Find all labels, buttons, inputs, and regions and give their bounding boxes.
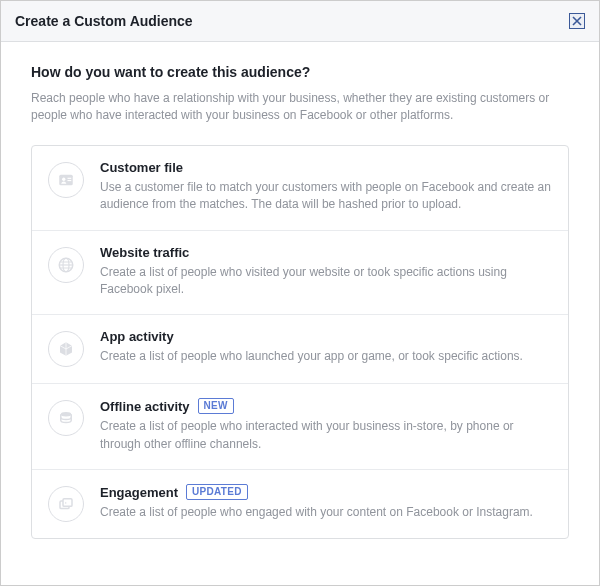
new-badge: NEW bbox=[198, 398, 234, 414]
option-title: Website traffic bbox=[100, 245, 189, 260]
option-website-traffic[interactable]: Website traffic Create a list of people … bbox=[32, 231, 568, 316]
dialog-title: Create a Custom Audience bbox=[15, 13, 193, 29]
svg-rect-11 bbox=[63, 499, 72, 507]
close-icon bbox=[572, 16, 582, 26]
option-text: Engagement UPDATED Create a list of peop… bbox=[100, 484, 552, 521]
option-desc: Use a customer file to match your custom… bbox=[100, 179, 552, 214]
audience-subtext: Reach people who have a relationship wit… bbox=[31, 90, 569, 125]
updated-badge: UPDATED bbox=[186, 484, 248, 500]
close-button[interactable] bbox=[569, 13, 585, 29]
option-desc: Create a list of people who interacted w… bbox=[100, 418, 552, 453]
option-text: Customer file Use a customer file to mat… bbox=[100, 160, 552, 214]
option-text: Offline activity NEW Create a list of pe… bbox=[100, 398, 552, 453]
option-customer-file[interactable]: Customer file Use a customer file to mat… bbox=[32, 146, 568, 231]
option-title: App activity bbox=[100, 329, 174, 344]
dialog-header: Create a Custom Audience bbox=[1, 1, 599, 42]
contact-card-icon bbox=[48, 162, 84, 198]
option-engagement[interactable]: Engagement UPDATED Create a list of peop… bbox=[32, 470, 568, 538]
option-text: App activity Create a list of people who… bbox=[100, 329, 552, 365]
dialog-body: How do you want to create this audience?… bbox=[1, 42, 599, 559]
stack-icon bbox=[48, 400, 84, 436]
audience-option-list: Customer file Use a customer file to mat… bbox=[31, 145, 569, 539]
option-desc: Create a list of people who engaged with… bbox=[100, 504, 552, 521]
audience-question: How do you want to create this audience? bbox=[31, 64, 569, 80]
svg-rect-2 bbox=[68, 178, 72, 179]
option-desc: Create a list of people who launched you… bbox=[100, 348, 552, 365]
option-offline-activity[interactable]: Offline activity NEW Create a list of pe… bbox=[32, 384, 568, 470]
option-text: Website traffic Create a list of people … bbox=[100, 245, 552, 299]
option-title: Engagement bbox=[100, 485, 178, 500]
globe-icon bbox=[48, 247, 84, 283]
create-custom-audience-dialog: Create a Custom Audience How do you want… bbox=[0, 0, 600, 586]
option-app-activity[interactable]: App activity Create a list of people who… bbox=[32, 315, 568, 384]
option-title: Customer file bbox=[100, 160, 183, 175]
svg-rect-3 bbox=[68, 180, 72, 181]
engagement-icon bbox=[48, 486, 84, 522]
svg-point-9 bbox=[61, 412, 72, 417]
option-desc: Create a list of people who visited your… bbox=[100, 264, 552, 299]
cube-icon bbox=[48, 331, 84, 367]
svg-point-1 bbox=[62, 177, 65, 180]
option-title: Offline activity bbox=[100, 399, 190, 414]
